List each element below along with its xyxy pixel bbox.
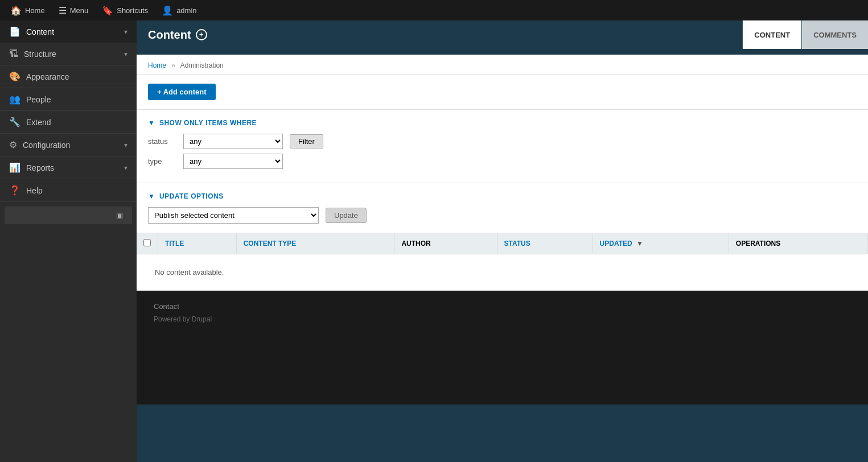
configuration-chevron-icon: ▾ (124, 141, 127, 149)
admin-bar-admin-label: admin (176, 6, 196, 15)
footer-powered-by: Powered by Drupal (154, 315, 851, 323)
select-all-checkbox[interactable] (143, 239, 151, 246)
breadcrumb: Home » Administration (137, 55, 868, 75)
tab-area: CONTENT COMMENTS (742, 20, 868, 49)
update-section-toggle[interactable]: ▼ UPDATE OPTIONS (148, 192, 857, 200)
sidebar: 📄 Content ▾ 🏗 Structure ▾ 🎨 Appearance 👥… (0, 20, 137, 462)
table-col-operations: OPERATIONS (729, 233, 867, 254)
filter-type-row: type any (148, 154, 857, 169)
help-icon: ❓ (9, 185, 20, 196)
update-toggle-arrow-icon: ▼ (148, 192, 155, 200)
configuration-icon: ⚙ (9, 139, 17, 150)
sidebar-item-structure-label: Structure (24, 50, 56, 59)
sidebar-item-configuration[interactable]: ⚙ Configuration ▾ (0, 134, 137, 156)
filter-toggle-arrow-icon: ▼ (148, 119, 155, 127)
sidebar-item-configuration-label: Configuration (23, 141, 70, 150)
page-title: Content + (148, 28, 207, 42)
footer-contact-link[interactable]: Contact (154, 302, 851, 311)
sidebar-item-help[interactable]: ❓ Help (0, 179, 137, 202)
filter-section-title: SHOW ONLY ITEMS WHERE (159, 119, 257, 127)
update-row: Publish selected content Unpublish selec… (148, 207, 857, 224)
page-title-area: Content + (137, 20, 742, 49)
sidebar-item-extend[interactable]: 🔧 Extend (0, 111, 137, 134)
reports-chevron-icon: ▾ (124, 164, 127, 172)
filter-button-label: Filter (298, 137, 315, 146)
content-table: TITLE CONTENT TYPE AUTHOR STATUS UPDATED (137, 233, 868, 291)
admin-bar-home-label: Home (25, 6, 45, 15)
table-body: No content available. (137, 254, 868, 291)
no-content-row: No content available. (137, 254, 868, 291)
people-icon: 👥 (9, 94, 20, 105)
page-title-text: Content (148, 28, 191, 42)
menu-icon: ☰ (59, 5, 67, 16)
admin-icon: 👤 (162, 5, 173, 16)
sidebar-item-extend-label: Extend (26, 118, 51, 127)
admin-bar-menu-label: Menu (70, 6, 89, 15)
table-header-row: TITLE CONTENT TYPE AUTHOR STATUS UPDATED (137, 233, 868, 254)
home-icon: 🏠 (10, 5, 22, 16)
page-footer: Contact Powered by Drupal (137, 291, 868, 405)
add-content-label: + Add content (157, 88, 207, 96)
sidebar-item-content-label: Content (26, 27, 54, 36)
sidebar-item-reports-label: Reports (26, 163, 54, 172)
no-content-message: No content available. (143, 260, 861, 284)
sort-arrow-icon: ▼ (636, 240, 643, 248)
sidebar-item-reports[interactable]: 📊 Reports ▾ (0, 156, 137, 179)
structure-chevron-icon: ▾ (124, 50, 127, 58)
filter-type-select[interactable]: any (183, 154, 283, 169)
filter-button[interactable]: Filter (290, 134, 323, 148)
table-head: TITLE CONTENT TYPE AUTHOR STATUS UPDATED (137, 233, 868, 254)
admin-bar: 🏠 Home ☰ Menu 🔖 Shortcuts 👤 admin (0, 0, 868, 20)
table-col-checkbox (137, 233, 158, 254)
content-panel: Home » Administration + Add content ▼ SH… (137, 55, 868, 291)
admin-bar-shortcuts[interactable]: 🔖 Shortcuts (96, 3, 154, 18)
filter-status-select[interactable]: any published unpublished (183, 134, 283, 149)
filter-section: ▼ SHOW ONLY ITEMS WHERE status any publi… (137, 110, 868, 183)
tab-comments-label: COMMENTS (813, 31, 857, 39)
content-icon: 📄 (9, 26, 20, 37)
shortcuts-icon: 🔖 (102, 5, 113, 16)
update-section-title: UPDATE OPTIONS (159, 192, 224, 200)
filter-status-row: status any published unpublished Filter (148, 134, 857, 149)
admin-bar-admin[interactable]: 👤 admin (156, 3, 202, 18)
table-col-status[interactable]: STATUS (497, 233, 593, 254)
update-section: ▼ UPDATE OPTIONS Publish selected conten… (137, 183, 868, 233)
sidebar-item-help-label: Help (26, 186, 43, 195)
table-col-content-type[interactable]: CONTENT TYPE (236, 233, 394, 254)
appearance-icon: 🎨 (9, 71, 20, 82)
sidebar-toggle-button[interactable]: ▣ (5, 207, 132, 224)
table-col-author: AUTHOR (394, 233, 497, 254)
admin-bar-menu[interactable]: ☰ Menu (53, 3, 94, 18)
table-col-title[interactable]: TITLE (158, 233, 237, 254)
breadcrumb-separator: » (171, 61, 175, 69)
sidebar-item-appearance-label: Appearance (26, 72, 69, 81)
action-bar: + Add content (137, 75, 868, 110)
filter-status-label: status (148, 137, 176, 146)
breadcrumb-home[interactable]: Home (148, 61, 166, 69)
breadcrumb-current: Administration (180, 61, 224, 69)
sidebar-item-content[interactable]: 📄 Content ▾ (0, 20, 137, 43)
tab-comments[interactable]: COMMENTS (801, 20, 868, 49)
sidebar-item-structure[interactable]: 🏗 Structure ▾ (0, 43, 137, 65)
update-action-select[interactable]: Publish selected content Unpublish selec… (148, 207, 319, 224)
add-content-button[interactable]: + Add content (148, 84, 216, 100)
main-content: Content + CONTENT COMMENTS Home » (137, 20, 868, 462)
update-button-label: Update (334, 211, 358, 220)
page-header: Content + CONTENT COMMENTS (137, 20, 868, 49)
sidebar-item-people[interactable]: 👥 People (0, 88, 137, 111)
filter-type-label: type (148, 157, 176, 166)
page-title-info-icon[interactable]: + (196, 29, 207, 40)
admin-bar-shortcuts-label: Shortcuts (117, 6, 148, 15)
update-button[interactable]: Update (326, 208, 367, 223)
content-chevron-icon: ▾ (124, 28, 127, 36)
sidebar-item-appearance[interactable]: 🎨 Appearance (0, 65, 137, 88)
page-wrapper: 📄 Content ▾ 🏗 Structure ▾ 🎨 Appearance 👥… (0, 0, 868, 462)
tab-content[interactable]: CONTENT (742, 20, 801, 49)
admin-bar-home[interactable]: 🏠 Home (5, 3, 51, 18)
table-col-updated[interactable]: UPDATED ▼ (593, 233, 729, 254)
structure-icon: 🏗 (9, 49, 18, 59)
reports-icon: 📊 (9, 162, 20, 173)
extend-icon: 🔧 (9, 117, 20, 127)
filter-section-toggle[interactable]: ▼ SHOW ONLY ITEMS WHERE (148, 119, 857, 127)
sidebar-item-people-label: People (26, 95, 51, 104)
